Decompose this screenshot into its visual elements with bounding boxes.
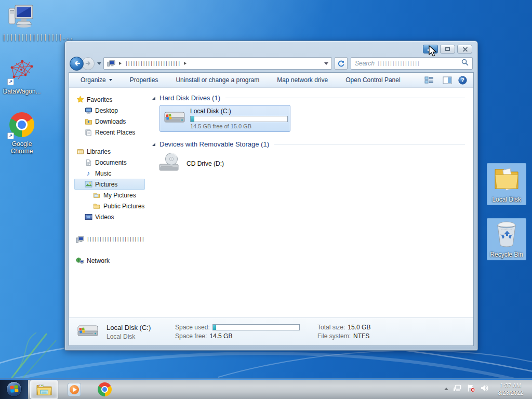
sidebar-item-recent-places[interactable]: Recent Places <box>74 127 145 138</box>
total-size-value: 15.0 GB <box>348 324 370 331</box>
desktop-icon-computer[interactable]: ||||||||||||||||... <box>2 3 42 42</box>
file-system-value: NTFS <box>353 332 369 340</box>
desktop-icon-label: Google Chrome <box>2 140 42 155</box>
clock-date: 8/28/2022 <box>494 389 528 396</box>
desktop-icon-label: DataWagon... <box>3 88 41 95</box>
open-control-panel-button[interactable]: Open Control Panel <box>340 74 405 86</box>
command-bar: Organize Properties Uninstall or change … <box>69 73 473 88</box>
items-view: Hard Disk Drives (1) <box>148 88 473 317</box>
desktop-icon-label: ||||||||||||||||... <box>2 34 42 41</box>
taskbar: 1:37 AM 8/28/2022 <box>0 378 532 399</box>
group-header-hard-disks[interactable]: Hard Disk Drives (1) <box>152 94 465 102</box>
sidebar-item-pictures[interactable]: Pictures <box>74 179 145 190</box>
volume-icon[interactable] <box>480 384 489 394</box>
film-icon <box>84 214 93 220</box>
minimize-button[interactable] <box>423 45 438 54</box>
sidebar-item-videos[interactable]: Videos <box>74 211 145 222</box>
space-used-fill <box>213 325 217 330</box>
taskbar-clock[interactable]: 1:37 AM 8/28/2022 <box>494 382 528 396</box>
shortcut-arrow-icon: ↗ <box>7 78 14 85</box>
cd-drive-icon <box>158 152 182 175</box>
cd-drive-item[interactable]: CD Drive (D:) <box>158 152 465 175</box>
folder-icon <box>92 192 101 198</box>
document-icon <box>84 159 93 166</box>
properties-button[interactable]: Properties <box>125 74 164 86</box>
network-tray-icon[interactable] <box>453 384 462 394</box>
explorer-folder-icon <box>36 383 52 396</box>
uninstall-program-button[interactable]: Uninstall or change a program <box>170 74 264 86</box>
group-header-rule <box>274 144 465 144</box>
preview-pane-button[interactable] <box>443 76 452 84</box>
desktop-icon-label: Local Disk <box>492 196 521 203</box>
sidebar-item-desktop[interactable]: Desktop <box>74 105 145 116</box>
sidebar-item-network[interactable]: Network <box>74 255 145 266</box>
organize-button[interactable]: Organize <box>75 74 117 86</box>
explorer-window: |||||||||||||||||||||| Search ||||||||||… <box>64 41 478 351</box>
close-button[interactable] <box>457 45 472 54</box>
computer-small-icon <box>107 60 115 67</box>
taskbar-chrome-button[interactable] <box>90 380 118 399</box>
desktop-icon-label: Recycle Bin <box>490 251 523 258</box>
star-icon <box>75 96 85 103</box>
media-player-icon <box>68 383 81 396</box>
folder-icon <box>487 165 526 193</box>
hard-drive-icon <box>163 109 186 128</box>
breadcrumb-separator-icon <box>119 62 122 65</box>
space-free-value: 14.5 GB <box>209 332 232 340</box>
recent-places-icon <box>84 129 93 136</box>
picture-icon <box>84 181 93 188</box>
sidebar-item-music[interactable]: ♪ Music <box>74 168 145 179</box>
navigation-pane: Favorites Desktop Downloads Recent Place… <box>69 88 148 317</box>
breadcrumb-location[interactable]: |||||||||||||||||||||| <box>125 61 180 66</box>
breadcrumb-separator-icon <box>184 62 187 65</box>
refresh-button[interactable] <box>335 57 348 70</box>
show-hidden-icons-button[interactable] <box>444 388 448 390</box>
address-dropdown-icon[interactable] <box>324 62 328 65</box>
map-network-drive-button[interactable]: Map network drive <box>272 74 333 86</box>
desktop-icon-local-disk[interactable]: Local Disk <box>487 163 526 205</box>
chrome-icon <box>98 382 112 396</box>
group-collapse-icon <box>152 97 155 100</box>
group-header-rule <box>225 98 465 98</box>
action-center-flag-icon[interactable] <box>467 384 475 394</box>
search-input[interactable]: Search ||||||||||||||||| <box>351 57 473 70</box>
sidebar-item-libraries[interactable]: Libraries <box>74 146 145 157</box>
start-button[interactable] <box>0 379 28 399</box>
help-icon[interactable]: ? <box>458 76 467 85</box>
chevron-down-icon <box>109 79 112 81</box>
window-titlebar[interactable] <box>69 41 474 55</box>
windows-start-orb-icon <box>6 381 22 397</box>
search-query-redacted: ||||||||||||||||| <box>377 61 420 66</box>
sidebar-item-downloads[interactable]: Downloads <box>74 116 145 127</box>
drive-usage-bar <box>190 116 288 122</box>
sidebar-item-computer[interactable]: ||||||||||||||||||||||| <box>74 234 145 245</box>
space-used-bar <box>212 324 300 330</box>
navigation-bar: |||||||||||||||||||||| Search ||||||||||… <box>69 55 474 72</box>
change-view-button[interactable] <box>424 76 436 84</box>
chrome-icon: ↗ <box>2 111 42 139</box>
group-header-removable[interactable]: Devices with Removable Storage (1) <box>152 140 465 148</box>
desktop-monitor-icon <box>84 107 93 114</box>
group-collapse-icon <box>152 143 155 146</box>
drive-c-item[interactable]: Local Disk (C:) 14.5 GB free of 15.0 GB <box>159 105 290 132</box>
recycle-bin-icon <box>487 220 526 248</box>
search-placeholder: Search <box>355 60 375 67</box>
datawagon-icon: ↗ <box>2 57 42 85</box>
address-bar[interactable]: |||||||||||||||||||||| <box>103 57 332 70</box>
hard-drive-icon <box>76 322 99 342</box>
taskbar-explorer-button[interactable] <box>30 380 58 399</box>
maximize-button[interactable] <box>440 45 455 54</box>
computer-small-icon <box>75 236 85 243</box>
recent-pages-chevron-icon[interactable] <box>97 62 101 65</box>
desktop-icon-chrome[interactable]: ↗ Google Chrome <box>2 111 42 155</box>
sidebar-item-documents[interactable]: Documents <box>74 157 145 168</box>
sidebar-item-my-pictures[interactable]: My Pictures <box>74 190 145 201</box>
desktop-icon-recycle-bin[interactable]: Recycle Bin <box>487 218 526 260</box>
back-button[interactable] <box>70 57 84 71</box>
search-icon[interactable] <box>461 59 469 68</box>
taskbar-media-player-button[interactable] <box>60 380 88 399</box>
folder-icon <box>92 203 101 209</box>
sidebar-item-public-pictures[interactable]: Public Pictures <box>74 201 145 211</box>
desktop-icon-datawagon[interactable]: ↗ DataWagon... <box>2 57 42 96</box>
sidebar-item-favorites[interactable]: Favorites <box>74 94 145 105</box>
